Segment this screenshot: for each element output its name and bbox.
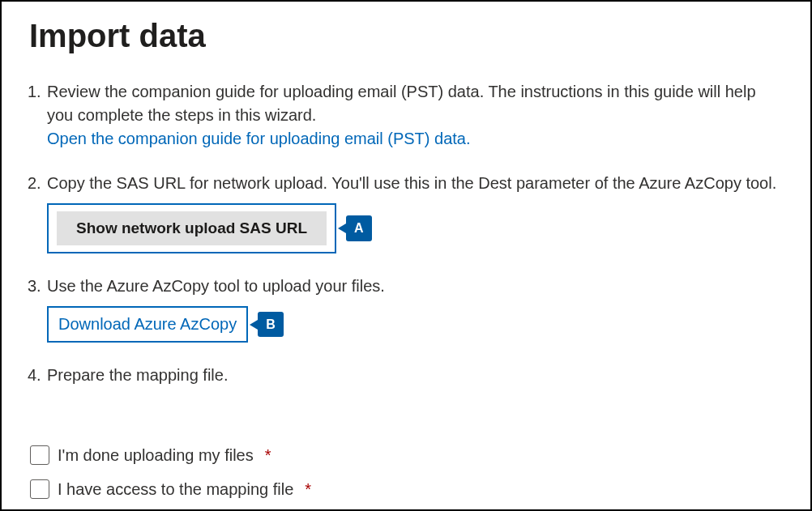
done-uploading-label: I'm done uploading my files — [58, 446, 254, 465]
step-2-text: Copy the SAS URL for network upload. You… — [47, 172, 784, 195]
have-access-row: I have access to the mapping file * — [30, 479, 784, 499]
show-sas-url-button[interactable]: Show network upload SAS URL — [57, 211, 327, 245]
step-3: 3. Use the Azure AzCopy tool to upload y… — [28, 275, 784, 343]
step-1-number: 1. — [28, 80, 41, 104]
step-4-number: 4. — [28, 364, 41, 387]
spacer — [28, 408, 784, 431]
steps-list: 1. Review the companion guide for upload… — [28, 80, 784, 387]
done-uploading-checkbox[interactable] — [30, 445, 49, 465]
download-azcopy-link[interactable]: Download Azure AzCopy — [58, 313, 237, 336]
step-2-button-row: Show network upload SAS URL A — [47, 203, 784, 253]
have-access-label: I have access to the mapping file — [58, 480, 293, 499]
required-asterisk: * — [305, 480, 311, 499]
callout-b-badge: B — [258, 312, 284, 337]
azcopy-link-outline: Download Azure AzCopy — [47, 306, 248, 343]
done-uploading-row: I'm done uploading my files * — [30, 445, 784, 465]
step-2: 2. Copy the SAS URL for network upload. … — [28, 172, 784, 253]
step-3-link-row: Download Azure AzCopy B — [47, 306, 784, 343]
have-access-checkbox[interactable] — [30, 479, 49, 499]
sas-url-button-outline: Show network upload SAS URL — [47, 203, 336, 253]
step-3-number: 3. — [28, 275, 41, 298]
required-asterisk: * — [265, 446, 271, 465]
companion-guide-link[interactable]: Open the companion guide for uploading e… — [47, 127, 784, 151]
step-4: 4. Prepare the mapping file. — [28, 364, 784, 387]
step-3-text: Use the Azure AzCopy tool to upload your… — [47, 275, 784, 298]
step-1: 1. Review the companion guide for upload… — [28, 80, 784, 151]
step-4-text: Prepare the mapping file. — [47, 364, 784, 387]
page-title: Import data — [29, 18, 784, 54]
callout-a-badge: A — [346, 215, 372, 241]
step-2-number: 2. — [28, 172, 41, 195]
step-1-text: Review the companion guide for uploading… — [47, 80, 784, 127]
